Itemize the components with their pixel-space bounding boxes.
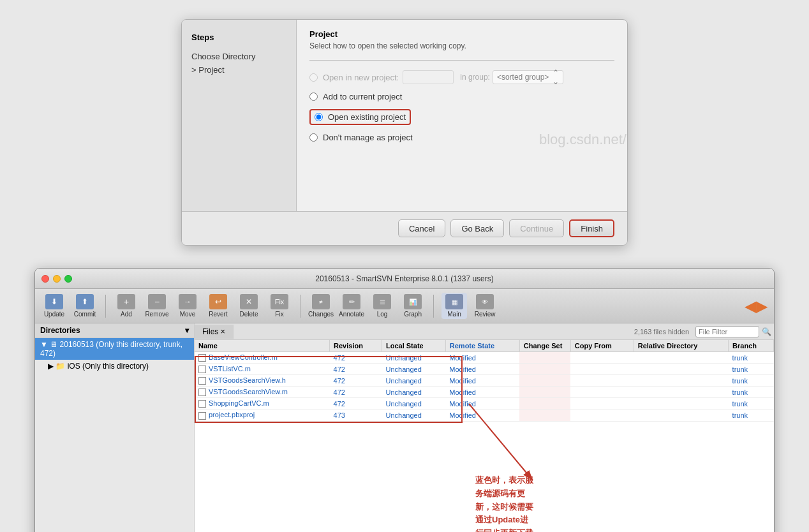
graph-label: Graph	[404, 311, 422, 318]
col-remote-state: Remote State	[445, 340, 519, 352]
file-relative-dir	[634, 364, 728, 375]
option-new-project-input[interactable]	[403, 70, 454, 84]
file-remote-state: Modified	[445, 364, 519, 375]
file-relative-dir	[634, 410, 728, 421]
review-label: Review	[475, 311, 496, 318]
titlebar: 20160513 - SmartSVN Enterprise 8.0.1 (13…	[35, 269, 774, 289]
file-name: VSTListVC.m	[195, 364, 330, 375]
annotate-label: Annotate	[339, 311, 364, 318]
toolbar-revert-button[interactable]: ↩ Revert	[205, 294, 231, 318]
sidebar-dropdown-arrow[interactable]: ▾	[185, 326, 189, 335]
fix-label: Fix	[275, 311, 283, 318]
files-tab[interactable]: Files ×	[195, 325, 234, 339]
file-copy-from	[570, 364, 634, 375]
option-dont-manage-radio[interactable]	[309, 133, 318, 142]
option-new-project-radio[interactable]	[309, 73, 318, 82]
filter-icons: 🔍	[762, 327, 771, 336]
table-row[interactable]: project.pbxproj 473 Unchanged Modified t…	[195, 410, 774, 421]
file-local-state: Unchanged	[382, 364, 445, 375]
add-icon: +	[117, 294, 135, 309]
go-back-button[interactable]: Go Back	[450, 219, 504, 237]
file-revision: 473	[330, 410, 382, 421]
continue-button[interactable]: Continue	[509, 219, 564, 237]
option-open-existing-radio[interactable]	[315, 113, 323, 121]
sidebar-item-20160513[interactable]: ▼ 🖥 20160513 (Only this directory, trunk…	[35, 338, 194, 360]
table-row[interactable]: VSTListVC.m 472 Unchanged Modified trunk	[195, 364, 774, 375]
toolbar-review-button[interactable]: 👁 Review	[472, 294, 498, 318]
table-row[interactable]: VSTGoodsSearchView.h 472 Unchanged Modif…	[195, 375, 774, 387]
file-remote-state: Modified	[445, 410, 519, 421]
file-branch: trunk	[729, 387, 774, 398]
file-change-set	[519, 398, 570, 410]
file-revision: 472	[330, 398, 382, 410]
option-open-existing-label: Open existing project	[328, 112, 406, 122]
file-revision: 472	[330, 352, 382, 364]
sidebar-item-ios[interactable]: ▶ 📁 iOS (Only this directory)	[35, 360, 194, 373]
file-filter-input[interactable]	[695, 326, 759, 337]
sidebar-item-label: 20160513 (Only this directory, trunk, 47…	[40, 340, 182, 358]
file-copy-from	[570, 410, 634, 421]
file-remote-state: Modified	[445, 375, 519, 387]
file-name: VSTGoodsSearchView.m	[195, 387, 330, 398]
toolbar-update-button[interactable]: ⬇ Update	[41, 294, 67, 318]
group-select-label: <sorted group>	[497, 73, 549, 82]
group-select[interactable]: <sorted group> ⌃⌄	[493, 70, 563, 84]
toolbar-main-button[interactable]: ▦ Main	[442, 293, 467, 319]
file-icon	[198, 412, 206, 420]
toolbar-right: ◀▶	[745, 297, 768, 315]
window-title: 20160513 - SmartSVN Enterprise 8.0.1 (13…	[315, 274, 493, 283]
sidebar-item-arrow: ▼	[40, 340, 48, 349]
file-branch: trunk	[729, 352, 774, 364]
revert-icon: ↩	[209, 294, 227, 309]
sidebar-header: Directories ▾	[35, 323, 194, 338]
update-label: Update	[44, 311, 64, 318]
table-row[interactable]: VSTGoodsSearchView.m 472 Unchanged Modif…	[195, 387, 774, 398]
toolbar-log-button[interactable]: ☰ Log	[369, 294, 395, 318]
files-hidden-info: 2,163 files hidden	[628, 328, 695, 336]
move-label: Move	[180, 311, 195, 318]
table-row[interactable]: BaseViewController.m 472 Unchanged Modif…	[195, 352, 774, 364]
file-relative-dir	[634, 375, 728, 387]
changes-icon: ≠	[312, 294, 330, 309]
maximize-window-button[interactable]	[64, 275, 72, 283]
option-add-current-row: Add to current project	[309, 92, 614, 101]
minimize-window-button[interactable]	[53, 275, 61, 283]
option-add-current-radio[interactable]	[309, 92, 318, 101]
commit-icon: ⬆	[76, 294, 94, 309]
review-icon: 👁	[476, 294, 494, 309]
toolbar-sep-2	[300, 295, 301, 318]
delete-icon: ✕	[240, 294, 258, 309]
update-icon: ⬇	[45, 294, 63, 309]
toolbar-graph-button[interactable]: 📊 Graph	[400, 294, 426, 318]
toolbar-annotate-button[interactable]: ✏ Annotate	[339, 294, 364, 318]
toolbar: ⬇ Update ⬆ Commit + Add − Remove → Move …	[35, 289, 774, 323]
file-branch: trunk	[729, 364, 774, 375]
group-select-arrow: ⌃⌄	[553, 68, 559, 86]
in-group-label: in group:	[460, 73, 490, 82]
file-relative-dir	[634, 387, 728, 398]
col-name: Name	[195, 340, 330, 352]
file-revision: 472	[330, 387, 382, 398]
toolbar-add-button[interactable]: + Add	[114, 294, 139, 318]
toolbar-move-button[interactable]: → Move	[175, 294, 200, 318]
nav-arrows[interactable]: ◀▶	[745, 297, 768, 315]
toolbar-commit-button[interactable]: ⬆ Commit	[72, 294, 98, 318]
toolbar-fix-button[interactable]: Fix Fix	[267, 294, 292, 318]
toolbar-remove-button[interactable]: − Remove	[144, 294, 170, 318]
finish-button[interactable]: Finish	[569, 219, 614, 237]
file-relative-dir	[634, 352, 728, 364]
file-relative-dir	[634, 398, 728, 410]
file-name: ShoppingCartVC.m	[195, 398, 330, 410]
close-window-button[interactable]	[41, 275, 49, 283]
table-row[interactable]: ShoppingCartVC.m 472 Unchanged Modified …	[195, 398, 774, 410]
cancel-button[interactable]: Cancel	[398, 219, 445, 237]
option-new-project-label: Open in new project:	[323, 73, 399, 82]
file-revision: 472	[330, 375, 382, 387]
toolbar-delete-button[interactable]: ✕ Delete	[236, 294, 262, 318]
col-branch: Branch	[729, 340, 774, 352]
col-copy-from: Copy From	[570, 340, 634, 352]
file-revision: 472	[330, 364, 382, 375]
file-remote-state: Modified	[445, 352, 519, 364]
option-open-existing-row: Open existing project	[309, 109, 614, 125]
toolbar-changes-button[interactable]: ≠ Changes	[308, 294, 334, 318]
